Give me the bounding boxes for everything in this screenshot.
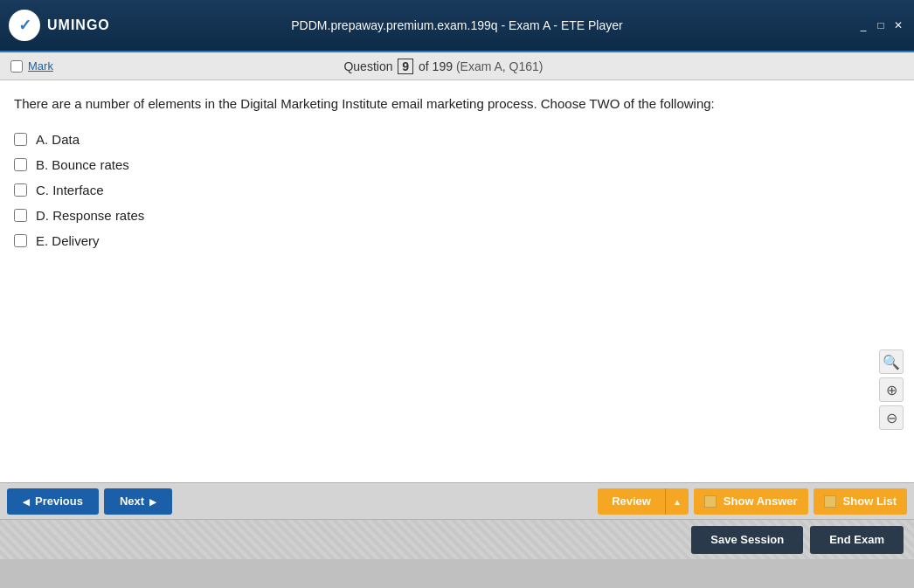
previous-label: Previous: [35, 495, 83, 508]
next-button[interactable]: Next: [104, 488, 172, 515]
zoom-controls: 🔍 ⊕ ⊖: [879, 349, 904, 430]
question-info: Question 9 of 199 (Exam A, Q161): [343, 59, 543, 74]
checkbox-a[interactable]: [14, 133, 27, 146]
save-session-button[interactable]: Save Session: [691, 526, 803, 554]
question-ref: (Exam A, Q161): [456, 59, 544, 73]
logo-text: UMINGO: [47, 17, 110, 33]
mark-checkbox[interactable]: [10, 60, 23, 73]
review-arrow-icon[interactable]: [665, 488, 689, 515]
minimize-button[interactable]: _: [856, 18, 870, 32]
show-list-button[interactable]: Show List: [814, 488, 907, 515]
option-a-label: A. Data: [36, 132, 80, 147]
zoom-out-icon[interactable]: ⊖: [879, 405, 904, 430]
close-button[interactable]: ✕: [891, 18, 905, 32]
end-exam-button[interactable]: End Exam: [810, 526, 904, 554]
mark-link[interactable]: Mark: [28, 59, 53, 73]
option-b-label: B. Bounce rates: [36, 157, 129, 172]
show-answer-button[interactable]: Show Answer: [694, 488, 808, 515]
option-b: B. Bounce rates: [14, 157, 900, 172]
mark-area: Mark: [10, 59, 53, 73]
question-text: There are a number of elements in the Di…: [14, 94, 900, 114]
option-c-label: C. Interface: [36, 183, 104, 197]
next-label: Next: [120, 495, 144, 508]
maximize-button[interactable]: □: [874, 18, 888, 32]
show-answer-label: Show Answer: [724, 495, 798, 508]
question-label: Question: [343, 59, 392, 73]
content-area: There are a number of elements in the Di…: [0, 80, 914, 482]
chevron-up-icon: [673, 495, 682, 508]
zoom-in-icon[interactable]: ⊕: [879, 377, 904, 402]
checkbox-b[interactable]: [14, 158, 27, 171]
option-a: A. Data: [14, 132, 900, 147]
title-bar: ✓ UMINGO PDDM.prepaway.premium.exam.199q…: [0, 0, 914, 52]
chevron-left-icon: [23, 495, 30, 508]
option-c: C. Interface: [14, 183, 900, 197]
review-button[interactable]: Review: [598, 488, 689, 515]
window-controls: _ □ ✕: [856, 18, 905, 32]
logo-icon: ✓: [9, 10, 40, 41]
option-d: D. Response rates: [14, 208, 900, 223]
show-answer-checkbox-icon: [704, 495, 717, 508]
option-e: E. Delivery: [14, 233, 900, 248]
checkbox-c[interactable]: [14, 183, 27, 197]
nav-bar: Previous Next Review Show Answer Show Li…: [0, 482, 914, 519]
search-icon[interactable]: 🔍: [879, 349, 904, 374]
option-d-label: D. Response rates: [36, 208, 144, 223]
show-list-label: Show List: [843, 495, 897, 508]
previous-button[interactable]: Previous: [7, 488, 99, 515]
question-total: of 199: [419, 59, 453, 73]
logo-area: ✓ UMINGO: [9, 10, 110, 41]
window-title: PDDM.prepaway.premium.exam.199q - Exam A…: [291, 18, 622, 32]
bottom-bar: Save Session End Exam: [0, 519, 914, 559]
chevron-right-icon: [149, 495, 156, 508]
checkbox-e[interactable]: [14, 234, 27, 247]
show-list-checkbox-icon: [824, 495, 836, 508]
checkbox-d[interactable]: [14, 209, 27, 222]
question-number: 9: [398, 59, 413, 74]
toolbar: Mark Question 9 of 199 (Exam A, Q161): [0, 52, 914, 80]
review-label: Review: [598, 488, 665, 515]
option-e-label: E. Delivery: [36, 233, 100, 248]
